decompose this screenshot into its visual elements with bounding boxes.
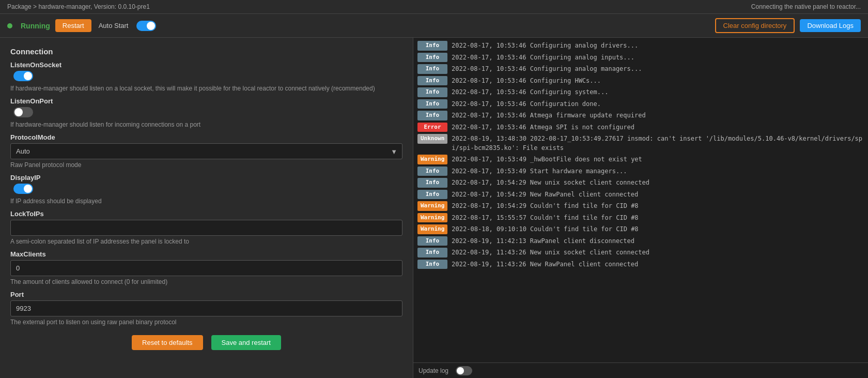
log-badge: Info: [417, 248, 447, 258]
listen-on-port-slider: [13, 107, 33, 117]
max-clients-label: MaxClients: [10, 250, 402, 258]
connection-section-title: Connection: [10, 47, 402, 56]
top-bar: Package > hardware-manager, Version: 0.0…: [0, 0, 868, 14]
log-text: 2022-08-17, 10:53:46 Configuring analog …: [452, 53, 634, 62]
right-panel: Info2022-08-17, 10:53:46 Configuring ana…: [413, 38, 868, 378]
log-entry: Info2022-08-17, 10:53:46 Configuring HWC…: [413, 75, 868, 87]
listen-on-port-label: ListenOnPort: [10, 97, 402, 105]
log-text: 2022-08-18, 09:10:10 Couldn't find tile …: [452, 224, 638, 234]
log-text: 2022-08-17, 10:53:46 Atmega SPI is not c…: [452, 123, 634, 132]
log-badge: Warning: [417, 224, 447, 234]
log-entry: Warning2022-08-17, 10:54:29 Couldn't fin…: [413, 200, 868, 212]
left-panel: Connection ListenOnSocket If hardware-ma…: [0, 38, 413, 378]
save-button[interactable]: Save and restart: [211, 335, 281, 350]
listen-on-socket-desc: If hardware-manager should listen on a l…: [10, 85, 402, 92]
breadcrumb: Package > hardware-manager, Version: 0.0…: [7, 3, 150, 10]
auto-start-toggle-slider: [136, 21, 156, 31]
listen-on-port-toggle[interactable]: [13, 107, 33, 117]
log-entry: Error2022-08-17, 10:53:46 Atmega SPI is …: [413, 122, 868, 133]
log-badge: Info: [417, 178, 447, 188]
lock-to-ips-input[interactable]: [10, 220, 402, 236]
log-badge: Info: [417, 167, 447, 176]
display-ip-toggle[interactable]: [13, 184, 33, 194]
log-entry: Info2022-08-19, 11:42:13 RawPanel client…: [413, 235, 868, 247]
port-label: Port: [10, 291, 402, 298]
reset-button[interactable]: Reset to defaults: [132, 335, 203, 350]
main-content: Connection ListenOnSocket If hardware-ma…: [0, 38, 868, 378]
log-entry: Info2022-08-17, 10:54:29 New RawPanel cl…: [413, 189, 868, 201]
restart-button[interactable]: Restart: [55, 19, 91, 32]
status-label: Running: [21, 22, 50, 30]
clear-config-button[interactable]: Clear config directory: [715, 18, 795, 33]
log-entry: Warning2022-08-17, 10:53:49 _hwBootFile …: [413, 154, 868, 165]
display-ip-slider: [13, 184, 33, 194]
log-text: 2022-08-17, 10:53:46 Configuring analog …: [452, 41, 638, 50]
log-badge: Warning: [417, 201, 447, 211]
protocol-mode-label: ProtocolMode: [10, 133, 402, 141]
log-text: 2022-08-17, 10:54:29 New RawPanel client…: [452, 190, 638, 199]
log-badge: Info: [417, 41, 447, 51]
auto-start-toggle[interactable]: [136, 21, 156, 31]
log-badge: Warning: [417, 213, 447, 223]
log-badge: Info: [417, 87, 447, 97]
log-badge: Info: [417, 76, 447, 86]
max-clients-input[interactable]: [10, 260, 402, 276]
log-text: 2022-08-17, 10:53:49 Start hardware mana…: [452, 167, 627, 176]
log-badge: Info: [417, 99, 447, 109]
log-text: 2022-08-17, 10:53:46 Atmega firmware upd…: [452, 111, 646, 120]
log-text: 2022-08-19, 11:42:13 RawPanel client dis…: [452, 236, 634, 246]
log-entry: Info2022-08-19, 11:43:26 New RawPanel cl…: [413, 259, 868, 270]
log-badge: Unknown: [417, 134, 447, 144]
port-desc: The external port to listen on using raw…: [10, 319, 402, 326]
log-badge: Warning: [417, 155, 447, 164]
log-entry: Info2022-08-17, 10:54:29 New unix socket…: [413, 177, 868, 189]
log-entry: Info2022-08-17, 10:53:46 Configuration d…: [413, 98, 868, 110]
log-badge: Error: [417, 123, 447, 132]
toolbar: Running Restart Auto Start Clear config …: [0, 14, 868, 38]
log-badge: Info: [417, 236, 447, 246]
log-entries: Info2022-08-17, 10:53:46 Configuring ana…: [413, 38, 868, 362]
listen-on-socket-toggle[interactable]: [13, 71, 33, 81]
update-log-label: Update log: [419, 367, 448, 374]
auto-start-label: Auto Start: [99, 22, 129, 29]
log-entry: Info2022-08-17, 10:53:46 Configuring ana…: [413, 52, 868, 64]
log-badge: Info: [417, 260, 447, 269]
log-entry: Unknown2022-08-19, 13:48:30 2022-08-17_1…: [413, 133, 868, 154]
update-log-slider: [456, 366, 472, 375]
log-entry: Info2022-08-17, 10:53:46 Atmega firmware…: [413, 110, 868, 122]
log-text: 2022-08-17, 10:53:46 Configuring system.…: [452, 87, 608, 97]
listen-on-socket-label: ListenOnSocket: [10, 61, 402, 69]
log-text: 2022-08-19, 11:43:26 New RawPanel client…: [452, 260, 638, 269]
log-entry: Info2022-08-17, 10:53:46 Configuring sys…: [413, 86, 868, 98]
max-clients-desc: The amount of clients allowed to connect…: [10, 278, 402, 285]
log-text: 2022-08-19, 13:48:30 2022-08-17_10:53:49…: [452, 134, 864, 153]
log-text: 2022-08-17, 10:54:29 New unix socket cli…: [452, 178, 649, 187]
lock-to-ips-desc: A semi-colon separated list of IP addres…: [10, 238, 402, 245]
bottom-buttons: Reset to defaults Save and restart: [10, 328, 402, 355]
log-text: 2022-08-19, 11:43:26 New unix socket cli…: [452, 248, 649, 257]
download-logs-button[interactable]: Download Logs: [800, 19, 861, 32]
listen-on-socket-slider: [13, 71, 33, 81]
display-ip-desc: If IP address should be displayed: [10, 198, 402, 205]
log-badge: Info: [417, 64, 447, 74]
connection-status: Connecting the native panel to reactor..…: [751, 3, 861, 10]
log-badge: Info: [417, 190, 447, 200]
status-dot: [7, 23, 12, 28]
protocol-mode-select[interactable]: Auto RawPanel Binary: [10, 143, 402, 159]
log-text: 2022-08-17, 15:55:57 Couldn't find tile …: [452, 213, 638, 222]
port-input[interactable]: [10, 300, 402, 316]
log-entry: Warning2022-08-17, 15:55:57 Couldn't fin…: [413, 212, 868, 224]
log-entry: Warning2022-08-18, 09:10:10 Couldn't fin…: [413, 223, 868, 235]
protocol-mode-select-wrapper: Auto RawPanel Binary ▼: [10, 143, 402, 159]
log-entry: Info2022-08-17, 10:53:46 Configuring ana…: [413, 40, 868, 52]
protocol-mode-desc: Raw Panel protocol mode: [10, 161, 402, 169]
log-entry: Info2022-08-19, 11:43:26 New unix socket…: [413, 247, 868, 259]
update-log-toggle[interactable]: [456, 366, 472, 375]
log-text: 2022-08-17, 10:53:46 Configuring analog …: [452, 64, 642, 73]
log-text: 2022-08-17, 10:53:46 Configuration done.: [452, 99, 601, 109]
log-entry: Info2022-08-17, 10:53:49 Start hardware …: [413, 165, 868, 177]
display-ip-label: DisplayIP: [10, 174, 402, 182]
log-entry: Info2022-08-17, 10:53:46 Configuring ana…: [413, 63, 868, 75]
listen-on-port-desc: If hardware-manager should listen for in…: [10, 121, 402, 128]
log-badge: Info: [417, 53, 447, 63]
